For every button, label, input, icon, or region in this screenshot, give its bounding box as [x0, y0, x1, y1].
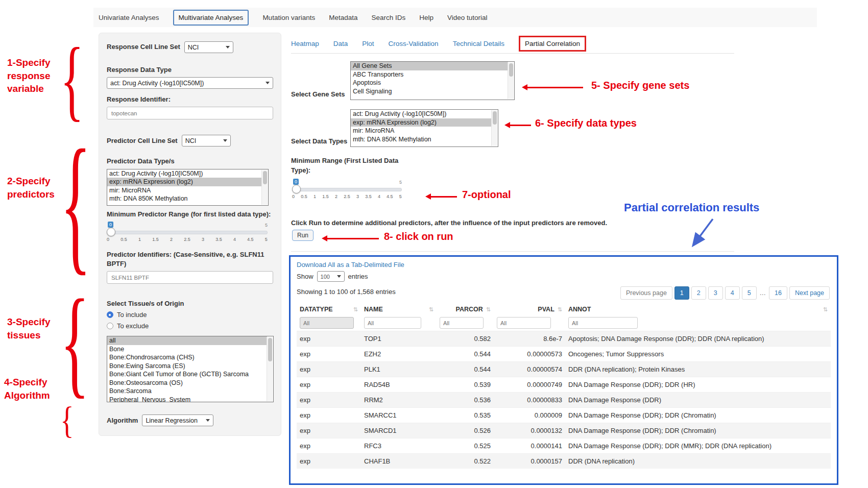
- column-header-pval[interactable]: PVAL⇅: [494, 304, 565, 315]
- nav-video-tutorial[interactable]: Video tutorial: [447, 14, 488, 21]
- top-navigation: Univariate Analyses Multivariate Analyse…: [93, 8, 817, 27]
- list-option[interactable]: Bone:Chondrosarcoma (CHS): [107, 353, 267, 362]
- annotation-brace-2: {: [60, 127, 91, 280]
- list-option[interactable]: Bone:Sarcoma: [107, 387, 267, 396]
- scrollbar[interactable]: [261, 170, 268, 205]
- nav-metadata[interactable]: Metadata: [329, 14, 357, 21]
- nav-search-ids[interactable]: Search IDs: [371, 14, 405, 21]
- response-cell-line-set-select[interactable]: NCI: [184, 41, 233, 53]
- list-option[interactable]: mir: MicroRNA: [107, 186, 262, 195]
- results-tabs: Heatmap Data Plot Cross-Validation Techn…: [291, 34, 734, 54]
- cell-name: SMARCD1: [361, 423, 437, 438]
- slider-handle[interactable]: [107, 228, 115, 236]
- divider: [291, 251, 734, 252]
- cell-pval: 0.000009: [494, 408, 565, 423]
- sort-icon[interactable]: ⇅: [486, 306, 491, 313]
- filter-datatype-input[interactable]: [300, 317, 354, 329]
- slider-track[interactable]: [292, 188, 402, 191]
- scrollbar-thumb[interactable]: [493, 111, 497, 125]
- algorithm-select[interactable]: Linear Regression: [142, 414, 213, 426]
- sort-icon[interactable]: ⇅: [558, 306, 562, 313]
- list-option-selected[interactable]: all: [107, 336, 267, 345]
- scrollbar[interactable]: [267, 337, 273, 401]
- list-option[interactable]: Apoptosis: [351, 79, 508, 87]
- list-option[interactable]: mir: MicroRNA: [351, 127, 492, 135]
- cell-name: SMARCC1: [361, 408, 437, 423]
- scrollbar-thumb[interactable]: [509, 63, 513, 77]
- data-types-listbox: act: Drug Activity (-log10[IC50M]) exp: …: [350, 109, 498, 147]
- list-option[interactable]: Bone:Giant Cell Tumor of Bone (GCTB) Sar…: [107, 370, 267, 379]
- annotation-step3-label: 3-Specify tissues: [7, 315, 67, 341]
- radio-to-include[interactable]: To include: [107, 311, 273, 319]
- tab-data[interactable]: Data: [333, 40, 348, 47]
- list-option-selected[interactable]: exp: mRNA Expression (log2): [351, 118, 492, 127]
- pagination-page-1[interactable]: 1: [674, 286, 689, 300]
- tissue-origin-label: Select Tissue/s of Origin: [107, 299, 273, 308]
- tab-cross-validation[interactable]: Cross-Validation: [389, 40, 439, 47]
- algorithm-value: Linear Regression: [146, 417, 197, 424]
- run-button[interactable]: Run: [292, 230, 314, 241]
- tab-partial-correlation[interactable]: Partial Correlation: [519, 36, 586, 52]
- list-option-selected[interactable]: exp: mRNA Expression (log2): [107, 178, 262, 186]
- response-data-type-select[interactable]: act: Drug Activity (-log10[IC50M]): [107, 77, 273, 89]
- nav-univariate-analyses[interactable]: Univariate Analyses: [99, 14, 159, 21]
- pagination-page-4[interactable]: 4: [725, 286, 740, 300]
- slider-track[interactable]: [107, 231, 268, 234]
- nav-multivariate-analyses[interactable]: Multivariate Analyses: [173, 10, 249, 26]
- table-header-row: DATATYPE⇅ NAME⇅ PARCOR⇅ PVAL⇅ ANNOT⇅: [297, 304, 831, 315]
- gene-sets-label: Select Gene Sets: [291, 90, 345, 100]
- page-size-row: Show 100 entries: [297, 271, 831, 282]
- column-header-annot[interactable]: ANNOT⇅: [565, 304, 831, 315]
- sort-icon[interactable]: ⇅: [429, 306, 433, 313]
- pagination-page-2[interactable]: 2: [691, 286, 706, 300]
- response-identifier-input[interactable]: [107, 107, 273, 119]
- scrollbar[interactable]: [491, 110, 497, 146]
- page-size-select[interactable]: 100: [317, 271, 345, 282]
- scrollbar-thumb[interactable]: [263, 171, 267, 184]
- column-header-parcor[interactable]: PARCOR⇅: [437, 304, 494, 315]
- tab-technical-details[interactable]: Technical Details: [453, 40, 504, 47]
- list-option[interactable]: ABC Transporters: [351, 70, 508, 79]
- slider-handle[interactable]: [292, 185, 301, 193]
- column-header-datatype[interactable]: DATATYPE⇅: [297, 304, 361, 315]
- scrollbar-thumb[interactable]: [268, 338, 272, 361]
- list-option[interactable]: act: Drug Activity (-log10[IC50M]): [107, 169, 262, 178]
- download-tab-delimited-link[interactable]: Download All as a Tab-Delimited File: [297, 261, 404, 269]
- predictor-identifiers-input[interactable]: [107, 271, 273, 284]
- list-option[interactable]: mth: DNA 850K Methylation: [107, 194, 262, 203]
- pagination-page-5[interactable]: 5: [742, 286, 757, 300]
- list-option-selected[interactable]: All Gene Sets: [351, 62, 508, 70]
- min-range-slider[interactable]: 0 5 0 0.5 1 1.5 2 2.5 3 3.5 4 4.5 5: [292, 179, 402, 202]
- table-row: exp TOP1 0.582 8.6e-7 Apoptosis; DNA Dam…: [297, 331, 831, 347]
- table-row: exp CHAF1B 0.522 0.0000157 DDR (DNA repl…: [297, 454, 831, 469]
- radio-to-exclude[interactable]: To exclude: [107, 322, 273, 330]
- filter-annot-input[interactable]: [568, 317, 638, 329]
- filter-parcor-input[interactable]: [440, 317, 484, 329]
- column-header-name[interactable]: NAME⇅: [361, 304, 437, 315]
- sort-icon[interactable]: ⇅: [823, 306, 828, 313]
- list-option[interactable]: Bone: [107, 345, 267, 354]
- filter-pval-input[interactable]: [497, 317, 551, 329]
- tab-plot[interactable]: Plot: [362, 40, 374, 47]
- min-predictor-range-slider[interactable]: 0 5 0 0.5 1 1.5 2 2.5 3 3.5 4 4.5 5: [107, 222, 268, 245]
- pagination-page-16[interactable]: 16: [769, 286, 787, 300]
- sort-icon[interactable]: ⇅: [353, 306, 358, 313]
- response-data-type-label: Response Data Type: [107, 65, 273, 75]
- cell-datatype: exp: [297, 331, 361, 347]
- pagination-next-button[interactable]: Next page: [789, 286, 830, 300]
- pagination-previous-button[interactable]: Previous page: [620, 286, 672, 300]
- partial-correlation-results-panel: Download All as a Tab-Delimited File Sho…: [289, 255, 838, 485]
- list-option[interactable]: act: Drug Activity (-log10[IC50M]): [351, 110, 492, 118]
- scrollbar[interactable]: [508, 62, 514, 99]
- nav-mutation-variants[interactable]: Mutation variants: [262, 14, 315, 21]
- filter-name-input[interactable]: [364, 317, 421, 329]
- list-option[interactable]: Bone:Osteosarcoma (OS): [107, 379, 267, 387]
- list-option[interactable]: Bone:Ewing Sarcoma (ES): [107, 362, 267, 371]
- tab-heatmap[interactable]: Heatmap: [291, 40, 319, 47]
- pagination-page-3[interactable]: 3: [708, 286, 723, 300]
- list-option[interactable]: mth: DNA 850K Methylation: [351, 135, 492, 144]
- list-option[interactable]: Cell Signaling: [351, 87, 508, 96]
- predictor-cell-line-set-select[interactable]: NCI: [182, 135, 231, 147]
- list-option[interactable]: Peripheral_Nervous_System: [107, 396, 267, 403]
- nav-help[interactable]: Help: [419, 14, 433, 21]
